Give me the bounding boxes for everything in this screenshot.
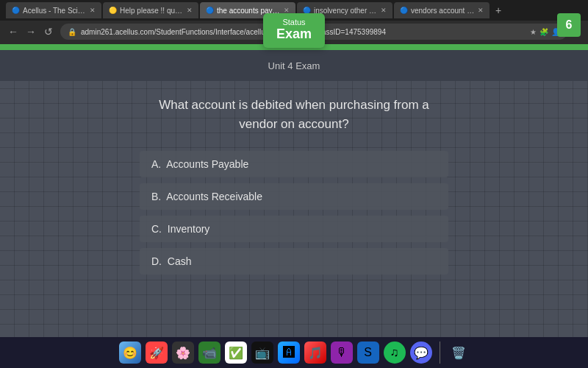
exam-title: Unit 4 Exam <box>268 60 320 71</box>
music-icon: 🎵 <box>304 342 326 364</box>
photos-icon: 🌸 <box>172 342 194 364</box>
appstore-icon: 🅰 <box>278 342 300 364</box>
question-container: What account is debited when purchasing … <box>140 96 448 133</box>
tab-2[interactable]: 🟡 Help please !! question below... ✕ <box>103 2 198 18</box>
option-d[interactable]: D. Cash <box>140 248 448 275</box>
extensions-icon[interactable]: 🧩 <box>539 28 548 36</box>
nav-buttons: ← → ↺ <box>6 26 56 38</box>
tab-close-1[interactable]: ✕ <box>90 7 96 14</box>
option-a-text: Accounts Payable <box>166 158 248 170</box>
option-a-letter: A. <box>151 158 166 170</box>
status-label: Status <box>276 18 312 26</box>
taskbar-facetime[interactable]: 📹 <box>198 342 220 364</box>
taskbar-finder[interactable]: 😊 <box>119 342 141 364</box>
option-c[interactable]: C. Inventory <box>140 216 448 242</box>
taskbar-music[interactable]: 🎵 <box>304 342 326 364</box>
question-text: What account is debited when purchasing … <box>140 96 448 133</box>
option-b-letter: B. <box>151 191 166 202</box>
launchpad-icon: 🚀 <box>146 342 168 364</box>
back-button[interactable]: ← <box>6 26 21 38</box>
finder-icon: 😊 <box>119 342 141 364</box>
tab-1[interactable]: 🔵 Acellus - The Science of Lear... ✕ <box>6 2 101 18</box>
taskbar-divider <box>440 342 440 364</box>
taskbar-trash[interactable]: 🗑️ <box>448 342 470 364</box>
trash-icon: 🗑️ <box>448 342 470 364</box>
address-icons: ★ 🧩 👤 <box>530 28 560 36</box>
option-d-text: Cash <box>168 255 192 267</box>
tab-close-5[interactable]: ✕ <box>478 7 484 14</box>
taskbar-shazam[interactable]: S <box>357 342 379 364</box>
appletv-icon: 📺 <box>251 342 273 364</box>
exam-label: Exam <box>276 26 312 42</box>
new-tab-button[interactable]: + <box>491 4 506 16</box>
score-badge: 6 <box>557 13 581 37</box>
score-value: 6 <box>566 18 573 32</box>
tab-close-4[interactable]: ✕ <box>381 7 387 14</box>
taskbar-appletv[interactable]: 📺 <box>251 342 273 364</box>
bookmark-icon[interactable]: ★ <box>530 28 537 36</box>
option-b[interactable]: B. Accounts Receivable <box>140 183 448 210</box>
options-container: A. Accounts Payable B. Accounts Receivab… <box>140 151 448 275</box>
taskbar-appstore[interactable]: 🅰 <box>278 342 300 364</box>
status-exam-badge: Status Exam <box>263 13 325 48</box>
forward-button[interactable]: → <box>24 26 38 38</box>
option-d-letter: D. <box>151 255 168 267</box>
discord-icon: 💬 <box>410 342 432 364</box>
taskbar-spotify[interactable]: ♫ <box>384 342 406 364</box>
taskbar-discord[interactable]: 💬 <box>410 342 432 364</box>
top-bar: Status Exam Unit 4 Exam 6 <box>0 50 588 81</box>
taskbar: 😊 🚀 🌸 📹 ✅ 📺 🅰 🎵 🎙 S ♫ 💬 🗑️ <box>0 337 588 368</box>
tab-5[interactable]: 🔵 vendors account at DuckDuck... ✕ <box>394 2 490 18</box>
taskbar-reminders[interactable]: ✅ <box>225 342 247 364</box>
tab-close-2[interactable]: ✕ <box>187 7 193 14</box>
facetime-icon: 📹 <box>198 342 220 364</box>
option-b-text: Accounts Receivable <box>166 191 262 202</box>
option-c-text: Inventory <box>168 223 210 235</box>
taskbar-photos[interactable]: 🌸 <box>172 342 194 364</box>
taskbar-podcasts[interactable]: 🎙 <box>331 342 353 364</box>
reminders-icon: ✅ <box>225 342 247 364</box>
spotify-icon: ♫ <box>384 342 406 364</box>
option-a[interactable]: A. Accounts Payable <box>140 151 448 177</box>
lock-icon: 🔒 <box>68 28 76 36</box>
reload-button[interactable]: ↺ <box>41 26 56 38</box>
taskbar-launchpad[interactable]: 🚀 <box>146 342 168 364</box>
podcasts-icon: 🎙 <box>331 342 353 364</box>
main-content: What account is debited when purchasing … <box>0 81 588 368</box>
option-c-letter: C. <box>151 223 168 235</box>
shazam-icon: S <box>357 342 379 364</box>
